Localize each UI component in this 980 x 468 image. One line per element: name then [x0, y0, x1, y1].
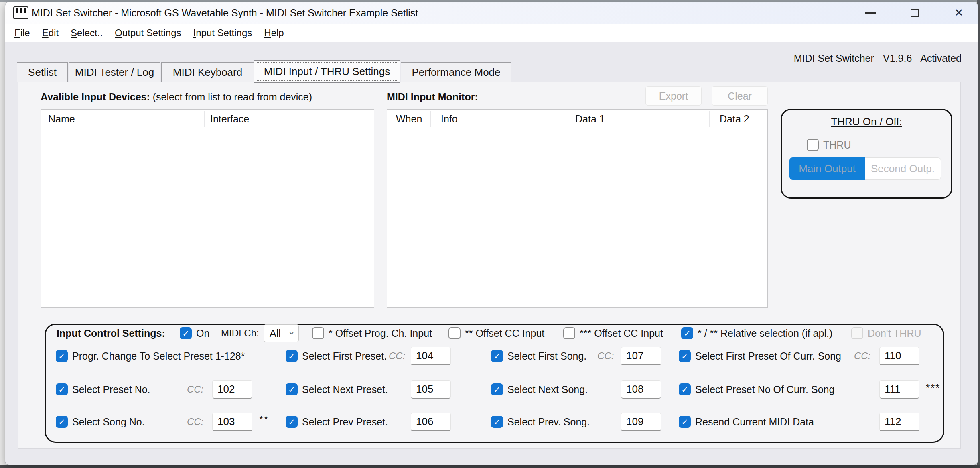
devices-list-header: Name Interface: [41, 110, 374, 128]
app-icon-piano: [13, 6, 28, 19]
on-checkbox[interactable]: ✓ On: [180, 327, 209, 339]
monitor-column-when[interactable]: When: [396, 110, 422, 128]
midi-channel-select[interactable]: All ⌄: [264, 324, 299, 342]
relative-selection-checkbox[interactable]: ✓ * / ** Relative selection (if apl.): [681, 327, 832, 339]
cc-input-select-song-no[interactable]: [212, 413, 252, 431]
tab-setlist[interactable]: Setlist: [17, 62, 68, 82]
window-title: MIDI Set Switcher - Microsoft GS Wavetab…: [32, 7, 418, 19]
select-first-song-checkbox[interactable]: ✓ Select First Song.: [491, 350, 586, 362]
cc-label: CC:: [597, 350, 614, 362]
checkbox-box: ✓: [56, 350, 68, 362]
select-next-song-checkbox[interactable]: ✓ Select Next Song.: [491, 383, 588, 395]
menu-help[interactable]: Help: [258, 27, 290, 39]
checkbox-box: ✓: [286, 350, 298, 362]
export-button[interactable]: Export: [645, 86, 702, 106]
cc-input-select-prev-song[interactable]: [621, 413, 661, 431]
checkbox-box: ✓: [681, 327, 693, 339]
checkbox-box: ✓: [312, 327, 324, 339]
control-settings-header-row: Input Control Settings: ✓ On MIDI Ch: Al…: [46, 326, 943, 341]
menu-input-settings[interactable]: Input Settings: [187, 27, 258, 39]
progr-change-select-preset-checkbox[interactable]: ✓ Progr. Change To Select Preset 1-128*: [56, 350, 245, 362]
maximize-button[interactable]: [905, 2, 924, 24]
caption-controls: ✕: [861, 2, 978, 24]
monitor-list-header: When Info Data 1 Data 2: [387, 110, 767, 128]
checkbox-box: ✓: [807, 139, 819, 151]
tab-midi-input-thru-settings[interactable]: MIDI Input / THRU Settings: [254, 60, 400, 83]
checkbox-box: ✓: [56, 383, 68, 395]
tab-performance-mode[interactable]: Performance Mode: [401, 62, 511, 82]
check-icon: ✓: [681, 418, 688, 426]
group-title: Input Control Settings:: [57, 328, 165, 339]
thru-checkbox[interactable]: ✓ THRU: [807, 139, 851, 151]
checkbox-box: ✓: [851, 327, 863, 339]
offset-cc-input-checkbox[interactable]: ✓ ** Offset CC Input: [448, 327, 544, 339]
check-icon: ✓: [493, 418, 501, 426]
second-output-button[interactable]: Second Outp.: [865, 157, 941, 180]
menu-edit[interactable]: Edit: [36, 27, 65, 39]
select-preset-no-checkbox[interactable]: ✓ Select Preset No.: [56, 383, 150, 395]
checkbox-box: ✓: [448, 327, 461, 339]
desktop-edge-bottom: [0, 465, 980, 468]
column-separator: [709, 111, 710, 127]
menu-output-settings[interactable]: Output Settings: [109, 27, 187, 39]
monitor-column-info[interactable]: Info: [441, 110, 458, 128]
clear-button[interactable]: Clear: [712, 86, 768, 106]
desktop-edge-right: [977, 0, 980, 468]
resend-current-midi-data-checkbox[interactable]: ✓ Resend Current MIDI Data: [679, 416, 814, 428]
check-icon: ✓: [288, 385, 295, 394]
cc-label: CC:: [187, 384, 203, 395]
cc-input-select-next-preset[interactable]: [411, 380, 451, 399]
version-label: MIDI Set Switcher - V1.9.6 - Activated: [794, 53, 962, 64]
control-row-1: ✓ Progr. Change To Select Preset 1-128* …: [46, 347, 943, 365]
midi-input-monitor-list[interactable]: When Info Data 1 Data 2: [387, 109, 768, 308]
maximize-icon: [911, 9, 919, 17]
cc-input-select-preset-no-curr-song[interactable]: [879, 380, 919, 399]
menu-bar: File Edit Select.. Output Settings Input…: [5, 24, 978, 42]
cc-input-select-first-preset[interactable]: [411, 347, 451, 365]
cc-input-select-first-song[interactable]: [621, 347, 661, 365]
select-prev-preset-checkbox[interactable]: ✓ Select Prev Preset.: [286, 416, 388, 428]
offset-cc-input-3-checkbox[interactable]: ✓ *** Offset CC Input: [563, 327, 663, 339]
cc-input-select-next-song[interactable]: [621, 380, 661, 399]
checkbox-box: ✓: [679, 350, 691, 362]
select-next-preset-checkbox[interactable]: ✓ Select Next Preset.: [286, 383, 388, 395]
devices-section-title: Avalible Input Devices: (select from lis…: [41, 91, 312, 103]
cc-input-select-preset-no[interactable]: [212, 380, 252, 399]
close-button[interactable]: ✕: [950, 2, 968, 24]
checkbox-box: ✓: [563, 327, 575, 339]
check-icon: ✓: [288, 352, 295, 360]
column-separator: [204, 111, 205, 127]
main-output-button[interactable]: Main Output: [789, 157, 865, 180]
select-first-preset-checkbox[interactable]: ✓ Select First Preset.: [286, 350, 387, 362]
devices-column-interface[interactable]: Interface: [210, 110, 249, 128]
triple-asterisk-note: ***: [926, 382, 940, 394]
checkbox-box: ✓: [491, 383, 503, 395]
minimize-button[interactable]: [861, 2, 880, 24]
checkbox-box: ✓: [180, 327, 192, 339]
cc-input-select-prev-preset[interactable]: [411, 413, 451, 431]
offset-prog-ch-checkbox[interactable]: ✓ * Offset Prog. Ch. Input: [312, 327, 432, 339]
tab-page-midi-input-thru: Avalible Input Devices: (select from lis…: [18, 82, 961, 449]
cc-input-select-first-preset-curr-song[interactable]: [879, 347, 919, 365]
checkbox-box: ✓: [679, 416, 691, 428]
check-icon: ✓: [58, 352, 65, 360]
close-icon: ✕: [954, 6, 964, 19]
monitor-column-data1[interactable]: Data 1: [575, 110, 605, 128]
check-icon: ✓: [681, 385, 688, 394]
select-preset-no-curr-song-checkbox[interactable]: ✓ Select Preset No Of Curr. Song: [679, 383, 834, 395]
midi-channel-value: All: [270, 328, 281, 339]
input-devices-list[interactable]: Name Interface: [41, 109, 374, 308]
double-asterisk-note: **: [259, 413, 269, 426]
cc-input-resend-current-midi-data[interactable]: [879, 413, 919, 431]
dont-thru-checkbox[interactable]: ✓ Don't THRU: [851, 327, 921, 339]
menu-file[interactable]: File: [8, 27, 36, 39]
select-song-no-checkbox[interactable]: ✓ Select Song No.: [56, 416, 145, 428]
devices-column-name[interactable]: Name: [48, 110, 75, 128]
select-first-preset-curr-song-checkbox[interactable]: ✓ Select First Preset Of Curr. Song: [679, 350, 841, 362]
menu-select[interactable]: Select..: [65, 27, 109, 39]
monitor-column-data2[interactable]: Data 2: [720, 110, 749, 128]
select-prev-song-checkbox[interactable]: ✓ Select Prev. Song.: [491, 416, 590, 428]
thru-panel-title: THRU On / Off:: [782, 116, 951, 128]
tab-midi-keyboard[interactable]: MIDI Keyboard: [161, 62, 254, 82]
tab-midi-tester-log[interactable]: MIDI Tester / Log: [69, 62, 160, 82]
